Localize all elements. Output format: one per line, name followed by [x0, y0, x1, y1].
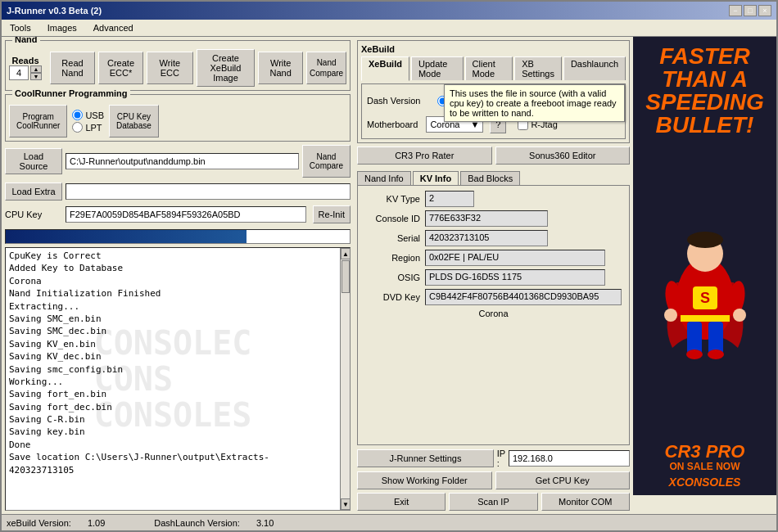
tab-nand-info[interactable]: Nand Info: [357, 171, 411, 185]
region-row: Region 0x02FE | PAL/EU: [363, 250, 624, 266]
progress-section: [5, 229, 351, 244]
nand-compare-side-button[interactable]: NandCompare: [302, 145, 351, 178]
reads-label: Reads: [11, 56, 38, 65]
motherboard-label: Motherboard: [367, 119, 418, 129]
exit-scan-row: Exit Scan IP Monitor COM: [357, 493, 630, 511]
log-line: Corona: [9, 275, 337, 287]
tooltip-box: This uses the file in source (with a val…: [444, 84, 625, 122]
kv-type-value: 2: [425, 191, 474, 207]
window-title: J-Runner v0.3 Beta (2): [7, 6, 102, 16]
bottom-buttons: J-Runner Settings IP : Show Working Fold…: [357, 449, 630, 511]
create-ecc-button[interactable]: Create ECC*: [98, 52, 143, 84]
source-path-input[interactable]: [66, 153, 299, 169]
kv-type-label: KV Type: [363, 194, 420, 204]
log-line: Saving key.bin: [9, 426, 337, 438]
read-nand-button[interactable]: Read Nand: [50, 52, 95, 84]
svg-point-9: [708, 349, 724, 359]
usb-radio[interactable]: USB: [72, 110, 104, 120]
lpt-radio[interactable]: LPT: [72, 122, 104, 133]
menu-advanced[interactable]: Advanced: [88, 21, 138, 34]
dvd-key-value: C9B442F4F80756B4401368CD9930BA95: [425, 289, 622, 305]
load-extra-button[interactable]: Load Extra: [5, 183, 62, 201]
coolrunner-row: ProgramCoolRunner USB LPT CPU KeyD: [9, 105, 346, 138]
spin-down[interactable]: ▼: [30, 73, 42, 80]
dashlaunch-version-label: DashLaunch Version:: [154, 518, 240, 528]
write-nand-button[interactable]: Write Nand: [258, 52, 303, 84]
extra-path-input[interactable]: [66, 183, 351, 200]
nand-group: Nand Reads 4 ▲ ▼: [5, 40, 351, 91]
settings-ip-row: J-Runner Settings IP :: [357, 449, 630, 468]
reads-input[interactable]: 4: [9, 65, 29, 80]
tab-kv-info[interactable]: KV Info: [413, 171, 459, 185]
tab-client-mode[interactable]: Client Mode: [465, 56, 513, 80]
monitor-com-button[interactable]: Monitor COM: [541, 493, 630, 511]
ad-faster: FASTER THAN A SPEEDING BULLET!: [640, 37, 769, 145]
serial-value: 420323713105: [425, 230, 548, 246]
svg-text:S: S: [699, 290, 709, 306]
left-panel: Nand Reads 4 ▲ ▼: [2, 37, 354, 514]
ad-figure: S: [633, 217, 776, 364]
sonus360-editor-button[interactable]: Sonus360 Editor: [495, 147, 631, 165]
tab-dashlaunch[interactable]: Dashlaunch: [563, 56, 626, 80]
log-area: CONSOLECCONSCONSOLES CpuKey is Correct A…: [6, 248, 340, 510]
source-row: Load Source NandCompare: [5, 145, 351, 178]
window-controls: − □ ×: [729, 5, 771, 16]
program-coolrunner-button[interactable]: ProgramCoolRunner: [9, 105, 67, 138]
cpu-key-input[interactable]: [66, 206, 306, 223]
get-cpu-key-button[interactable]: Get CPU Key: [495, 471, 631, 489]
scan-ip-button[interactable]: Scan IP: [449, 493, 537, 511]
maximize-button[interactable]: □: [744, 5, 757, 16]
tab-update-mode[interactable]: Update Mode: [411, 56, 464, 80]
corona-label: Corona: [363, 309, 624, 318]
cpu-key-database-button[interactable]: CPU KeyDatabase: [109, 105, 159, 138]
kv-info-content: KV Type 2 Console ID 776E633F32 Serial 4…: [357, 185, 630, 445]
coolrunner-group: CoolRunner Programming ProgramCoolRunner…: [5, 94, 351, 142]
show-working-folder-button[interactable]: Show Working Folder: [357, 471, 492, 489]
scroll-track: [341, 259, 350, 498]
log-scrollbar[interactable]: ▲ ▼: [340, 248, 350, 510]
cr3-pro-rater-button[interactable]: CR3 Pro Rater: [357, 147, 492, 165]
console-id-label: Console ID: [363, 214, 420, 223]
reads-section: Reads 4 ▲ ▼: [9, 56, 42, 80]
jrunner-settings-button[interactable]: J-Runner Settings: [357, 449, 494, 467]
tab-xb-settings[interactable]: XB Settings: [514, 56, 562, 80]
write-ecc-button[interactable]: Write ECC: [147, 52, 193, 84]
log-line: Saving fort_dec.bin: [9, 401, 337, 413]
dashlaunch-version-value: 3.10: [256, 518, 274, 528]
load-source-button[interactable]: Load Source: [5, 148, 62, 174]
log-line: Saving fort_en.bin: [9, 388, 337, 400]
xconsoles-text: XCONSOLES: [636, 476, 773, 489]
log-line: Saving KV_en.bin: [9, 338, 337, 350]
log-line: Working...: [9, 376, 337, 388]
reads-spinner[interactable]: ▲ ▼: [30, 65, 42, 80]
xebuild-version-value: 1.09: [88, 518, 105, 528]
ip-row: IP :: [497, 449, 630, 468]
interface-radio-group: USB LPT: [72, 110, 104, 133]
cpu-key-row: CPU Key Re-Init: [5, 205, 351, 223]
scroll-down-button[interactable]: ▼: [341, 498, 351, 510]
menu-tools[interactable]: Tools: [5, 21, 36, 34]
extra-row: Load Extra: [5, 183, 351, 201]
progress-bar: [5, 229, 351, 244]
minimize-button[interactable]: −: [729, 5, 742, 16]
reinit-button[interactable]: Re-Init: [313, 205, 351, 223]
tab-bad-blocks[interactable]: Bad Blocks: [460, 171, 520, 185]
cr3-sonus-row: CR3 Pro Rater Sonus360 Editor: [357, 147, 630, 165]
scroll-up-button[interactable]: ▲: [341, 248, 351, 259]
svg-point-13: [733, 309, 746, 322]
xebuild-tab-content: This uses the file in source (with a val…: [361, 83, 626, 139]
svg-point-2: [687, 232, 723, 248]
nand-compare-button[interactable]: NandCompare: [306, 52, 346, 84]
tab-xebuild[interactable]: XeBuild: [361, 56, 409, 81]
xebuild-tab-bar: XeBuild Update Mode Client Mode XB Setti…: [361, 56, 626, 80]
ad-panel: FASTER THAN A SPEEDING BULLET!: [633, 37, 776, 495]
title-bar: J-Runner v0.3 Beta (2) − □ ×: [2, 2, 776, 20]
create-xebuild-button[interactable]: Create XeBuild Image: [197, 49, 256, 87]
exit-button[interactable]: Exit: [357, 493, 446, 511]
nand-group-title: Nand: [12, 37, 40, 44]
menu-images[interactable]: Images: [43, 21, 82, 34]
scroll-thumb[interactable]: [342, 260, 350, 293]
ip-input[interactable]: [509, 450, 630, 467]
close-button[interactable]: ×: [758, 5, 771, 16]
spin-up[interactable]: ▲: [30, 65, 42, 73]
